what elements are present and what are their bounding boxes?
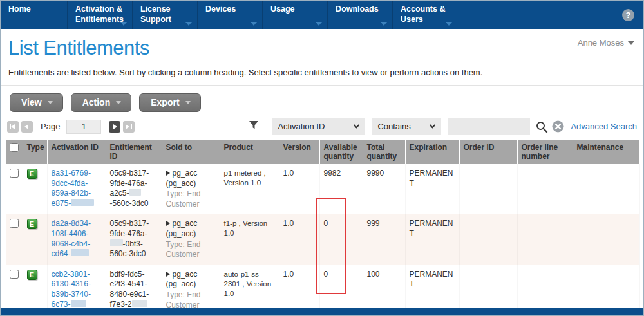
page-header: List Entitlements Anne Moses Entitlement… [1,29,643,86]
arrow-right-icon [126,124,129,129]
entitlement-type-badge: E [27,219,37,229]
col-type[interactable]: Type [23,140,47,164]
sold-to-type: Type: End Customer [166,240,216,260]
view-button[interactable]: View [10,93,63,112]
search-icon [535,120,548,133]
nav-item-downloads[interactable]: Downloads [327,1,392,29]
col-available-quantity[interactable]: Available quantity [319,140,363,164]
order-id-cell [459,164,517,214]
bottom-bar [1,308,643,315]
select-all-checkbox[interactable] [10,143,19,152]
nav-item-home[interactable]: Home [1,1,67,29]
order-id-cell [459,214,517,265]
row-checkbox[interactable] [10,219,19,228]
order-line-cell [517,164,573,214]
entitlements-table-wrap: Type Activation ID Entitlement ID Sold t… [6,140,638,316]
nav-item-accounts-users[interactable]: Accounts & Users [392,1,457,29]
total-quantity-cell: 999 [363,214,405,265]
export-button[interactable]: Export [139,93,200,112]
filter-field-select[interactable]: Activation ID [272,118,365,135]
chevron-down-icon [185,22,192,26]
row-select-cell [6,214,23,265]
advanced-search-link[interactable]: Advanced Search [571,122,637,131]
chevron-down-icon [48,101,53,104]
product-cell: f1-p , Version 1.0 [220,214,279,265]
prev-page-button[interactable] [21,121,33,133]
table-row: E 8a31-6769-9dcc-4fda-959a-842b-e875- 05… [6,164,639,214]
chevron-down-icon [116,101,121,104]
top-nav: Home Activation & Entitlements License S… [1,1,643,29]
clear-search-button[interactable] [552,120,564,133]
col-order-line-number[interactable]: Order line number [517,140,573,164]
nav-item-usage[interactable]: Usage [262,1,327,29]
page-description: Entitlements are listed below. Sort by c… [8,68,634,77]
toolbar: View Action Export [1,86,643,112]
activation-id-cell: da2a-8d34-108f-4406-9068-c4b4-cd64- [47,214,106,265]
version-cell: 1.0 [279,214,319,265]
col-product[interactable]: Product [220,140,279,164]
redacted-text [71,300,86,307]
expand-arrow-icon[interactable] [166,171,170,176]
export-button-label: Export [151,97,179,107]
nav-label: Usage [270,5,295,14]
user-menu[interactable]: Anne Moses [578,38,634,48]
filter-operator-select[interactable]: Contains [372,118,441,135]
filter-operator-select-wrap: Contains [372,118,441,135]
sold-to-type: Type: End Customer [166,189,216,209]
col-sold-to[interactable]: Sold to [162,140,220,164]
maintenance-cell [573,164,639,214]
nav-label: Devices [205,5,236,14]
nav-label: Activation & Entitlements [75,5,124,24]
chevron-down-icon [381,22,387,26]
pagination: Page [7,120,135,134]
row-select-cell [6,164,23,214]
arrow-left-icon [24,124,28,129]
close-icon [552,120,564,133]
expand-arrow-icon[interactable] [166,221,170,226]
version-cell: 1.0 [279,164,319,214]
expand-arrow-icon[interactable] [166,272,170,277]
nav-item-activation-entitlements[interactable]: Activation & Entitlements [67,1,132,29]
chevron-down-icon [446,22,452,26]
page-label: Page [41,122,60,131]
action-button-label: Action [82,97,111,107]
action-button[interactable]: Action [71,93,132,112]
col-version[interactable]: Version [279,140,319,164]
type-cell: E [23,164,47,214]
nav-item-license-support[interactable]: License Support [132,1,197,29]
col-total-quantity[interactable]: Total quantity [363,140,405,164]
col-maintenance[interactable]: Maintenance [573,140,639,164]
sold-to-text: pg_acc (pg_acc) [166,169,198,188]
redacted-text [71,249,89,256]
sold-to-cell: pg_acc (pg_acc)Type: End Customer [162,214,220,265]
view-button-label: View [21,97,42,107]
col-order-id[interactable]: Order ID [459,140,517,164]
filter-funnel-icon[interactable] [249,120,259,133]
maintenance-cell [573,214,639,265]
row-checkbox[interactable] [10,169,19,178]
entitlement-id-text: -560c-3dc0 [110,199,149,208]
user-name: Anne Moses [578,38,624,48]
order-line-cell [517,214,573,265]
arrow-left-icon [11,124,15,129]
col-activation-id[interactable]: Activation ID [47,140,106,164]
redacted-text [71,199,94,206]
page-number-input[interactable] [66,120,101,134]
search-input[interactable] [448,118,530,135]
next-page-button[interactable] [109,121,120,133]
total-quantity-cell: 9990 [363,164,405,214]
entitlements-table: Type Activation ID Entitlement ID Sold t… [6,140,640,316]
list-entitlements-page: Home Activation & Entitlements License S… [0,0,644,316]
redacted-text [129,189,141,196]
help-icon[interactable]: ? [622,9,634,21]
redacted-text [110,239,123,246]
available-quantity-cell: 9982 [319,164,363,214]
first-page-button[interactable] [7,121,19,133]
row-checkbox[interactable] [10,270,19,279]
col-expiration[interactable]: Expiration [405,140,459,164]
sold-to-cell: pg_acc (pg_acc)Type: End Customer [162,164,220,214]
search-button[interactable] [535,120,548,133]
col-entitlement-id[interactable]: Entitlement ID [106,140,162,164]
nav-item-devices[interactable]: Devices [197,1,262,29]
last-page-button[interactable] [123,121,135,133]
